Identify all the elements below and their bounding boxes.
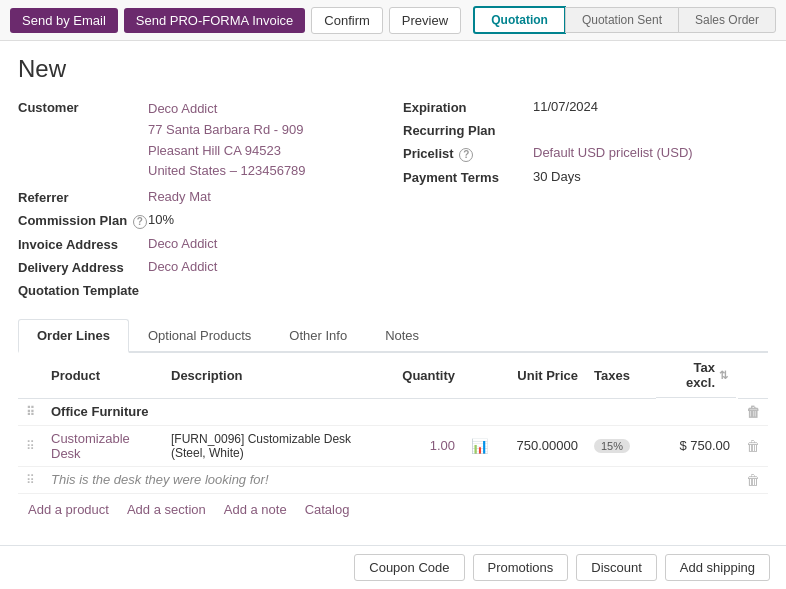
pricelist-field: Pricelist ? Default USD pricelist (USD) bbox=[403, 145, 768, 162]
col-header-action bbox=[738, 353, 768, 398]
customer-address-line3: United States – 123456789 bbox=[148, 161, 306, 182]
payment-terms-value[interactable]: 30 Days bbox=[533, 169, 581, 184]
pricelist-value[interactable]: Default USD pricelist (USD) bbox=[533, 145, 693, 160]
note-drag-handle[interactable]: ⠿ bbox=[18, 466, 43, 493]
add-section-link[interactable]: Add a section bbox=[127, 502, 206, 517]
commission-value: 10% bbox=[148, 212, 174, 227]
invoice-address-field: Invoice Address Deco Addict bbox=[18, 236, 383, 252]
row-description[interactable]: [FURN_0096] Customizable Desk (Steel, Wh… bbox=[163, 425, 393, 466]
row-quantity[interactable]: 1.00 bbox=[393, 425, 463, 466]
section-amount bbox=[656, 398, 738, 425]
delivery-address-field: Delivery Address Deco Addict bbox=[18, 259, 383, 275]
customer-name[interactable]: Deco Addict bbox=[148, 99, 306, 120]
expiration-label: Expiration bbox=[403, 99, 533, 115]
referrer-label: Referrer bbox=[18, 189, 148, 205]
section-name: Office Furniture bbox=[43, 398, 656, 425]
table-note-row: ⠿ This is the desk they were looking for… bbox=[18, 466, 768, 493]
add-shipping-button[interactable]: Add shipping bbox=[665, 554, 770, 581]
col-header-quantity: Quantity bbox=[393, 353, 463, 398]
payment-terms-field: Payment Terms 30 Days bbox=[403, 169, 768, 185]
row-drag-handle[interactable]: ⠿ bbox=[18, 425, 43, 466]
customer-field: Customer Deco Addict 77 Santa Barbara Rd… bbox=[18, 99, 383, 182]
col-header-taxes: Taxes bbox=[586, 353, 656, 398]
col-header-product: Product bbox=[43, 353, 163, 398]
main-content: New Customer Deco Addict 77 Santa Barbar… bbox=[0, 41, 786, 539]
discount-button[interactable]: Discount bbox=[576, 554, 657, 581]
add-product-link[interactable]: Add a product bbox=[28, 502, 109, 517]
commission-field: Commission Plan ? 10% bbox=[18, 212, 383, 229]
tab-notes[interactable]: Notes bbox=[366, 319, 438, 353]
pipeline-step-quotation[interactable]: Quotation bbox=[473, 6, 566, 34]
row-amount: $ 750.00 bbox=[656, 425, 738, 466]
reorder-icon[interactable]: ⇅ bbox=[719, 369, 728, 382]
pipeline-step-sales-order[interactable]: Sales Order bbox=[678, 7, 776, 33]
coupon-code-button[interactable]: Coupon Code bbox=[354, 554, 464, 581]
toolbar: Send by Email Send PRO-FORMA Invoice Con… bbox=[0, 0, 786, 41]
form-grid: Customer Deco Addict 77 Santa Barbara Rd… bbox=[18, 99, 768, 305]
invoice-address-label: Invoice Address bbox=[18, 236, 148, 252]
customer-label: Customer bbox=[18, 99, 148, 115]
delivery-address-value[interactable]: Deco Addict bbox=[148, 259, 217, 274]
expiration-field: Expiration 11/07/2024 bbox=[403, 99, 768, 115]
quotation-template-label: Quotation Template bbox=[18, 282, 148, 298]
table-section-row: ⠿ Office Furniture 🗑 bbox=[18, 398, 768, 425]
col-header-drag bbox=[18, 353, 43, 398]
row-tax[interactable]: 15% bbox=[586, 425, 656, 466]
tab-other-info[interactable]: Other Info bbox=[270, 319, 366, 353]
referrer-field: Referrer Ready Mat bbox=[18, 189, 383, 205]
tab-optional-products[interactable]: Optional Products bbox=[129, 319, 270, 353]
customer-address-line1: 77 Santa Barbara Rd - 909 bbox=[148, 120, 306, 141]
row-chart[interactable]: 📊 bbox=[463, 425, 496, 466]
commission-label: Commission Plan ? bbox=[18, 212, 148, 229]
recurring-plan-field: Recurring Plan bbox=[403, 122, 768, 138]
referrer-value[interactable]: Ready Mat bbox=[148, 189, 211, 204]
add-note-link[interactable]: Add a note bbox=[224, 502, 287, 517]
invoice-address-value[interactable]: Deco Addict bbox=[148, 236, 217, 251]
row-unit-price[interactable]: 750.00000 bbox=[496, 425, 586, 466]
delivery-address-label: Delivery Address bbox=[18, 259, 148, 275]
row-delete[interactable]: 🗑 bbox=[738, 425, 768, 466]
recurring-plan-label: Recurring Plan bbox=[403, 122, 533, 138]
send-email-button[interactable]: Send by Email bbox=[10, 8, 118, 33]
pricelist-help-icon[interactable]: ? bbox=[459, 148, 473, 162]
commission-help-icon[interactable]: ? bbox=[133, 215, 147, 229]
send-proforma-button[interactable]: Send PRO-FORMA Invoice bbox=[124, 8, 306, 33]
note-amount bbox=[656, 466, 738, 493]
table-row: ⠿ Customizable Desk [FURN_0096] Customiz… bbox=[18, 425, 768, 466]
quotation-template-field: Quotation Template bbox=[18, 282, 383, 298]
order-table: Product Description Quantity Unit Price … bbox=[18, 353, 768, 494]
expiration-value[interactable]: 11/07/2024 bbox=[533, 99, 598, 114]
col-header-description: Description bbox=[163, 353, 393, 398]
section-drag-handle[interactable]: ⠿ bbox=[18, 398, 43, 425]
pipeline: Quotation Quotation Sent Sales Order bbox=[473, 6, 776, 34]
section-delete[interactable]: 🗑 bbox=[738, 398, 768, 425]
note-text[interactable]: This is the desk they were looking for! bbox=[43, 466, 656, 493]
customer-value: Deco Addict 77 Santa Barbara Rd - 909 Pl… bbox=[148, 99, 306, 182]
payment-terms-label: Payment Terms bbox=[403, 169, 533, 185]
customer-address-line2: Pleasant Hill CA 94523 bbox=[148, 141, 306, 162]
col-header-tax-excl: Tax excl. ⇅ bbox=[656, 353, 736, 398]
form-right: Expiration 11/07/2024 Recurring Plan Pri… bbox=[403, 99, 768, 305]
add-links: Add a product Add a section Add a note C… bbox=[18, 494, 768, 525]
pricelist-label: Pricelist ? bbox=[403, 145, 533, 162]
form-left: Customer Deco Addict 77 Santa Barbara Rd… bbox=[18, 99, 383, 305]
preview-button[interactable]: Preview bbox=[389, 7, 461, 34]
tabs-bar: Order Lines Optional Products Other Info… bbox=[18, 319, 768, 353]
tab-order-lines[interactable]: Order Lines bbox=[18, 319, 129, 353]
catalog-link[interactable]: Catalog bbox=[305, 502, 350, 517]
page-title: New bbox=[18, 55, 768, 83]
col-header-chart bbox=[463, 353, 496, 398]
col-header-unit-price: Unit Price bbox=[496, 353, 586, 398]
note-delete[interactable]: 🗑 bbox=[738, 466, 768, 493]
row-product[interactable]: Customizable Desk bbox=[43, 425, 163, 466]
bottom-bar: Coupon Code Promotions Discount Add ship… bbox=[0, 545, 786, 589]
pipeline-step-quotation-sent[interactable]: Quotation Sent bbox=[565, 7, 679, 33]
confirm-button[interactable]: Confirm bbox=[311, 7, 383, 34]
promotions-button[interactable]: Promotions bbox=[473, 554, 569, 581]
